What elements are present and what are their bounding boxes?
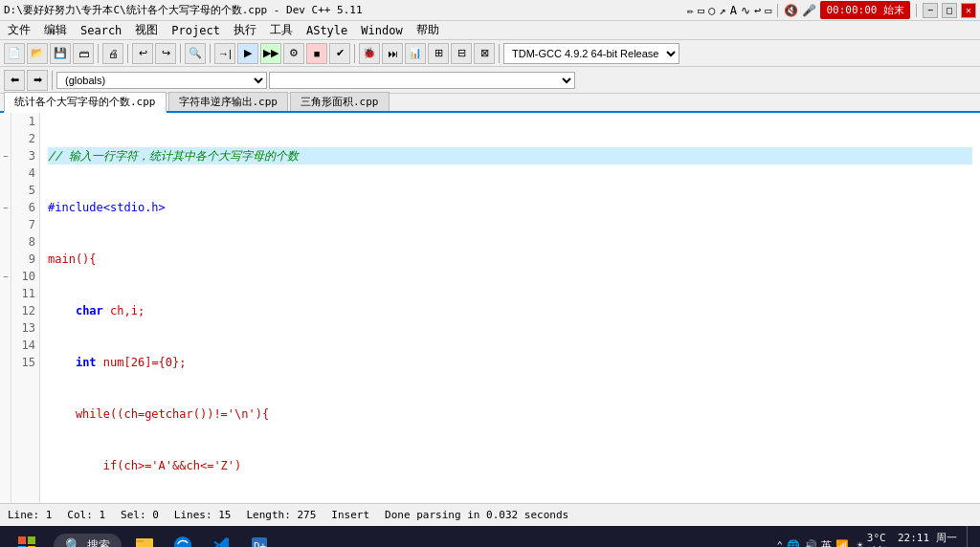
status-line: Line: 1: [8, 509, 52, 521]
edit-icon[interactable]: ✏️: [687, 4, 694, 17]
tray-net-icon[interactable]: 🌐: [787, 539, 800, 548]
fold-5: [0, 182, 11, 199]
class-select[interactable]: [269, 72, 575, 89]
fold-3[interactable]: −: [0, 147, 11, 164]
refresh-icon[interactable]: ▭: [765, 4, 771, 17]
taskbar-devapp-icon[interactable]: D+: [244, 530, 275, 547]
menubar: 文件 编辑 Search 视图 Project 执行 工具 AStyle Win…: [0, 21, 980, 40]
sys-tray: ⌃ 🌐 🔊 英 📶: [777, 538, 850, 548]
taskbar-edge-icon[interactable]: [167, 530, 198, 547]
status-col: Col: 1: [67, 509, 105, 521]
search-icon: 🔍: [65, 537, 81, 547]
code-line-4: char ch,i;: [48, 302, 972, 319]
code-line-5: int num[26]={0};: [48, 354, 972, 371]
fold-10[interactable]: −: [0, 268, 11, 285]
code-line-2: #include<stdio.h>: [48, 199, 972, 216]
indent-btn[interactable]: →|: [214, 43, 235, 64]
taskbar-explorer-icon[interactable]: [129, 530, 160, 547]
mic-icon[interactable]: 🎤: [802, 4, 816, 17]
print-btn[interactable]: 🖨: [102, 43, 123, 64]
sep2: [127, 44, 128, 63]
compile-run-btn[interactable]: ⚙: [283, 43, 304, 64]
rect-icon[interactable]: ▭: [698, 4, 704, 17]
function-select[interactable]: (globals): [56, 72, 267, 89]
close-btn[interactable]: ✕: [961, 3, 976, 18]
record-btn[interactable]: 00:00:00 始末: [820, 1, 910, 19]
compile-btn[interactable]: ▶: [237, 43, 258, 64]
titlebar: D:\要好好努力\专升本C\统计各个大写字母的个数.cpp - Dev C++ …: [0, 0, 980, 21]
menu-view[interactable]: 视图: [129, 20, 164, 40]
step-btn[interactable]: ⏭: [382, 43, 403, 64]
tray-vol-icon[interactable]: 🔊: [804, 539, 817, 548]
vol-icon[interactable]: 🔇: [784, 4, 798, 17]
sep5: [354, 44, 355, 63]
menu-file[interactable]: 文件: [2, 20, 36, 40]
find-btn[interactable]: 🔍: [185, 43, 206, 64]
statusbar: Line: 1 Col: 1 Sel: 0 Lines: 15 Length: …: [0, 503, 980, 526]
status-lines: Lines: 15: [174, 509, 232, 521]
toolbar1: 📄 📂 💾 🗃 🖨 ↩ ↪ 🔍 →| ▶ ▶▶ ⚙ ■ ✔ 🐞 ⏭ 📊 ⊞ ⊟ …: [0, 40, 980, 67]
stop-btn[interactable]: ■: [306, 43, 327, 64]
menu-search[interactable]: Search: [75, 22, 127, 39]
nav-back-btn[interactable]: ⬅: [4, 70, 25, 91]
sep: [52, 71, 53, 90]
svg-point-6: [174, 536, 191, 547]
start-btn[interactable]: [8, 526, 46, 547]
grid3-btn[interactable]: ⊠: [474, 43, 495, 64]
sep6: [499, 44, 500, 63]
fold-14: [0, 337, 11, 354]
sep3: [180, 44, 181, 63]
datetime[interactable]: 22:11 周一 2023/11/27: [896, 532, 959, 547]
undo-btn[interactable]: ↩: [132, 43, 153, 64]
debug-btn[interactable]: 🐞: [359, 43, 380, 64]
sep: [777, 4, 778, 17]
menu-window[interactable]: Window: [355, 22, 408, 39]
new-btn[interactable]: 📄: [4, 43, 25, 64]
menu-help[interactable]: 帮助: [411, 20, 445, 40]
check-btn[interactable]: ✔: [329, 43, 350, 64]
menu-astyle[interactable]: AStyle: [301, 22, 353, 39]
taskbar-vscode-icon[interactable]: [206, 530, 236, 547]
redo-btn[interactable]: ↪: [155, 43, 176, 64]
code-line-7: if(ch>='A'&&ch<='Z'): [48, 457, 972, 474]
tab-0[interactable]: 统计各个大写字母的个数.cpp: [4, 92, 167, 113]
fold-4: [0, 164, 11, 182]
search-bar[interactable]: 🔍 搜索: [54, 534, 122, 548]
wave-icon[interactable]: ∿: [741, 4, 750, 17]
time: 22:11 周一: [896, 532, 959, 545]
save-all-btn[interactable]: 🗃: [73, 43, 94, 64]
tab-1[interactable]: 字符串逆序输出.cpp: [168, 92, 289, 111]
compiler-select[interactable]: TDM-GCC 4.9.2 64-bit Release: [503, 43, 679, 64]
grid2-btn[interactable]: ⊟: [451, 43, 472, 64]
code-line-6: while((ch=getchar())!='\n'){: [48, 405, 972, 423]
undo-icon[interactable]: ↩: [754, 4, 761, 17]
weather[interactable]: ☀️ 3°C 晴朗: [857, 532, 888, 547]
tab-2[interactable]: 三角形面积.cpp: [290, 92, 390, 111]
chart-btn[interactable]: 📊: [405, 43, 426, 64]
open-btn[interactable]: 📂: [27, 43, 48, 64]
maximize-btn[interactable]: □: [942, 3, 957, 18]
fold-6[interactable]: −: [0, 199, 11, 216]
code-area[interactable]: // 输入一行字符，统计其中各个大写字母的个数 #include<stdio.h…: [40, 113, 980, 503]
menu-execute[interactable]: 执行: [228, 20, 262, 40]
weather-icon: ☀️: [857, 539, 863, 548]
fold-15: [0, 354, 11, 371]
arrow-icon[interactable]: ↗: [719, 4, 725, 17]
tray-arrow-icon[interactable]: ⌃: [777, 539, 784, 548]
tray-input-icon[interactable]: 英: [821, 538, 832, 548]
grid-btn[interactable]: ⊞: [428, 43, 449, 64]
minimize-btn[interactable]: −: [923, 3, 938, 18]
nav-fwd-btn[interactable]: ➡: [27, 70, 48, 91]
run-btn[interactable]: ▶▶: [260, 43, 281, 64]
menu-project[interactable]: Project: [166, 22, 226, 39]
menu-tools[interactable]: 工具: [264, 20, 299, 40]
fold-8: [0, 233, 11, 251]
circle-icon[interactable]: ○: [708, 4, 715, 17]
fold-7: [0, 216, 11, 233]
show-desktop-btn[interactable]: [967, 526, 972, 547]
tray-wifi-icon[interactable]: 📶: [835, 539, 849, 548]
menu-edit[interactable]: 编辑: [38, 20, 73, 40]
save-btn[interactable]: 💾: [50, 43, 71, 64]
text-icon[interactable]: A: [730, 4, 737, 17]
weather-temp: 3°C: [867, 532, 888, 544]
